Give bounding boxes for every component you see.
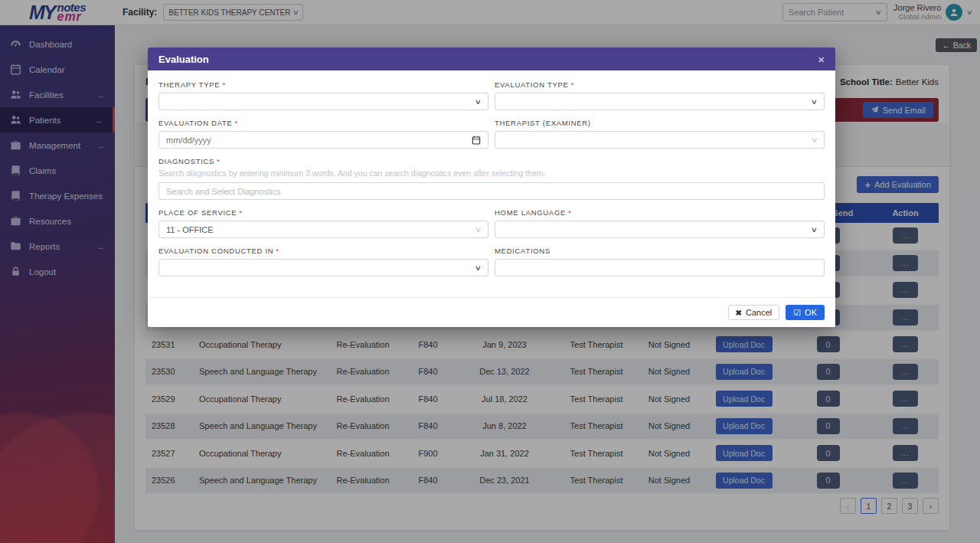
diagnostics-placeholder: Search and Select Diagnostics	[166, 187, 817, 196]
chevron-down-icon: ∨	[474, 225, 482, 234]
home-language-label: HOME LANGUAGE*	[495, 208, 825, 217]
required-mark: *	[235, 119, 238, 127]
therapist-select[interactable]: ∨	[495, 131, 825, 149]
place-of-service-field: PLACE OF SERVICE* 11 - OFFICE ∨	[158, 208, 488, 238]
home-language-select[interactable]: ∨	[495, 221, 825, 238]
evaluation-date-field: EVALUATION DATE* mm/dd/yyyy	[158, 119, 488, 149]
evaluation-conducted-in-field: EVALUATION CONDUCTED IN* ∨	[158, 247, 488, 276]
place-of-service-label: PLACE OF SERVICE*	[158, 208, 488, 217]
medications-field: MEDICATIONS	[495, 247, 825, 276]
required-mark: *	[222, 80, 225, 89]
modal-header: Evaluation ×	[148, 47, 835, 70]
chevron-down-icon: ∨	[810, 136, 818, 144]
diagnostics-search-input[interactable]: Search and Select Diagnostics	[158, 182, 825, 200]
ok-button[interactable]: ☑ OK	[786, 305, 825, 320]
required-mark: *	[276, 247, 279, 255]
evaluation-modal: Evaluation × THERAPY TYPE* ∨ EVALUATION …	[148, 47, 835, 327]
evaluation-date-placeholder: mm/dd/yyyy	[166, 136, 472, 145]
place-of-service-value: 11 - OFFICE	[166, 225, 475, 234]
modal-body: THERAPY TYPE* ∨ EVALUATION TYPE* ∨ EVALU…	[148, 70, 835, 297]
diagnostics-label: DIAGNOSTICS*	[158, 157, 825, 165]
medications-input[interactable]	[495, 259, 825, 276]
ok-label: OK	[805, 308, 817, 317]
medications-label: MEDICATIONS	[495, 247, 825, 255]
chevron-down-icon: ∨	[475, 264, 482, 272]
chevron-down-icon: ∨	[811, 226, 818, 234]
therapy-type-field: THERAPY TYPE* ∨	[158, 80, 488, 110]
home-language-field: HOME LANGUAGE* ∨	[495, 208, 825, 238]
check-square-icon: ☑	[793, 308, 801, 318]
therapist-field: THERAPIST (EXAMINER) ∨	[495, 119, 825, 149]
close-icon[interactable]: ×	[818, 54, 825, 65]
modal-footer: ✖ Cancel ☑ OK	[148, 297, 835, 327]
place-of-service-select[interactable]: 11 - OFFICE ∨	[158, 221, 488, 238]
required-mark: *	[568, 208, 571, 217]
evaluation-type-field: EVALUATION TYPE* ∨	[495, 80, 825, 110]
diagnostics-helper-text: Search diagnostics by entering minimum 3…	[158, 168, 825, 178]
diagnostics-field: DIAGNOSTICS* Search diagnostics by enter…	[158, 157, 825, 200]
cancel-button[interactable]: ✖ Cancel	[728, 305, 780, 320]
therapist-label: THERAPIST (EXAMINER)	[495, 119, 825, 127]
evaluation-date-label: EVALUATION DATE*	[158, 119, 488, 127]
cancel-label: Cancel	[746, 308, 772, 317]
therapy-type-label: THERAPY TYPE*	[158, 80, 488, 89]
modal-title: Evaluation	[158, 54, 209, 65]
evaluation-type-label: EVALUATION TYPE*	[495, 80, 825, 89]
calendar-icon[interactable]	[472, 136, 481, 145]
chevron-down-icon: ∨	[811, 98, 818, 106]
x-icon: ✖	[736, 309, 742, 317]
required-mark: *	[239, 208, 242, 217]
evaluation-conducted-in-select[interactable]: ∨	[158, 259, 488, 276]
evaluation-conducted-in-label: EVALUATION CONDUCTED IN*	[158, 247, 488, 255]
evaluation-date-input[interactable]: mm/dd/yyyy	[158, 131, 488, 149]
evaluation-type-select[interactable]: ∨	[495, 93, 825, 110]
chevron-down-icon: ∨	[475, 98, 482, 106]
therapy-type-select[interactable]: ∨	[158, 93, 488, 110]
required-mark: *	[571, 80, 574, 89]
required-mark: *	[217, 157, 220, 165]
